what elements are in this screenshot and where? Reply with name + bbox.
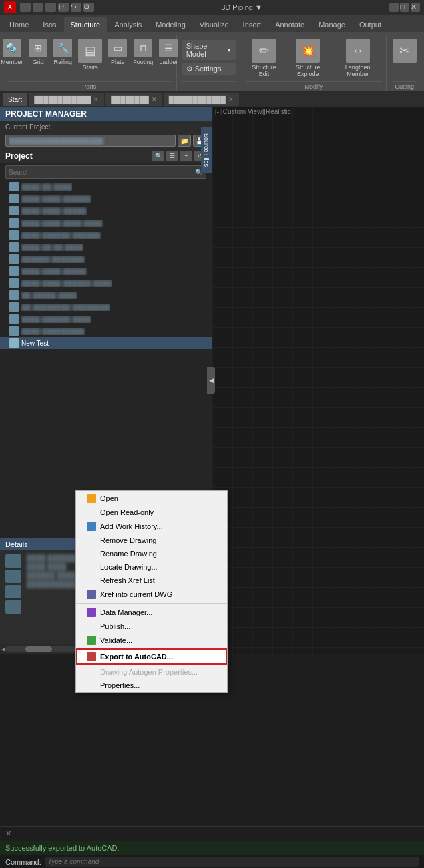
quick-access-icon2[interactable]: [33, 3, 43, 12]
ctx-open-readonly[interactable]: Open Read-only: [76, 506, 227, 519]
ctx-add-work-history[interactable]: Add Work History...: [76, 519, 227, 534]
ribbon-item-railing[interactable]: 🔧 Railing: [51, 37, 74, 67]
list-item[interactable]: ██ █████ ████: [0, 289, 212, 301]
lengthen-label: Lengthen Member: [336, 64, 380, 77]
tab-analysis[interactable]: Analysis: [108, 17, 148, 32]
collapse-panel-button[interactable]: ◀: [207, 367, 215, 394]
tab-3[interactable]: ████████ ✕: [105, 93, 162, 106]
quick-access-icon3[interactable]: [45, 3, 56, 12]
tab-annotate[interactable]: Annotate: [268, 17, 311, 32]
tab-modeling[interactable]: Modeling: [149, 17, 192, 32]
ribbon-item-member[interactable]: 🔩 Member: [0, 37, 25, 67]
list-item[interactable]: ████ ██████ ████: [0, 313, 212, 325]
ctx-rename-drawing[interactable]: Rename Drawing...: [76, 547, 227, 560]
redo-icon[interactable]: ↪: [71, 3, 81, 12]
project-manager-header: PROJECT MANAGER: [0, 107, 212, 121]
search-toggle-btn[interactable]: 🔍: [152, 151, 164, 161]
new-btn[interactable]: +: [180, 151, 192, 161]
ctx-properties[interactable]: Properties...: [76, 679, 227, 692]
details-icon-1: [5, 554, 21, 568]
list-item[interactable]: ████ ████ ████ ████: [0, 217, 212, 229]
dismiss-icon[interactable]: ✕: [5, 829, 11, 838]
search-input[interactable]: [9, 169, 195, 176]
stairs-label: Stairs: [83, 64, 98, 71]
ribbon-item-structure-edit[interactable]: ✏ Structure Edit: [246, 37, 282, 79]
ctx-remove-drawing[interactable]: Remove Drawing: [76, 534, 227, 547]
tab-4-close[interactable]: ✕: [228, 96, 234, 103]
details-icon-3: [5, 585, 21, 598]
source-files-tab[interactable]: Source Files: [201, 127, 212, 173]
tab-output[interactable]: Output: [353, 17, 388, 32]
ribbon-item-plate[interactable]: ▭ Plate: [106, 37, 129, 67]
ctx-data-manager[interactable]: Data Manager...: [76, 605, 227, 620]
quick-access-icon[interactable]: [20, 3, 31, 12]
ribbon-item-grid[interactable]: ⊞ Grid: [27, 37, 49, 67]
folder-icon: [9, 266, 19, 276]
tree-scroll[interactable]: ████ ██ ████ ████ ████ ██████ ████ ████ …: [0, 181, 212, 538]
scrollbar-thumb[interactable]: [25, 646, 52, 652]
list-item[interactable]: ████ ██████ ██████: [0, 229, 212, 241]
list-item[interactable]: ██ ████████ ████████: [0, 301, 212, 313]
ribbon-item-lengthen[interactable]: ↔ Lengthen Member: [334, 37, 382, 79]
list-item[interactable]: ████ ████ █████: [0, 205, 212, 217]
settings-button[interactable]: ⚙ Settings: [182, 63, 236, 75]
list-item[interactable]: ██████ ███████: [0, 253, 212, 265]
details-icon-4: [5, 600, 21, 614]
ctx-export-autocad[interactable]: Export to AutoCAD...: [76, 648, 227, 665]
tab-manage[interactable]: Manage: [312, 17, 352, 32]
undo-icon[interactable]: ↩: [58, 3, 69, 12]
ribbon-item-cut[interactable]: ✂: [391, 37, 419, 64]
ctx-properties-label: Properties...: [100, 681, 140, 689]
tab-strip: Start ████████████ ✕ ████████ ✕ ████████…: [0, 92, 424, 107]
list-item[interactable]: ████ ██ ████: [0, 181, 212, 193]
list-item[interactable]: ████ ████ ██████: [0, 193, 212, 205]
list-item[interactable]: ████ ████ █████: [0, 265, 212, 277]
list-item[interactable]: ████ █████████: [0, 325, 212, 337]
ribbon-group-shapemodel: Shape Model ▼ ⚙ Settings: [178, 35, 240, 91]
ctx-open[interactable]: Open: [76, 491, 227, 506]
ctx-publish[interactable]: Publish...: [76, 620, 227, 633]
list-item[interactable]: ████ ████ ██████ ████: [0, 277, 212, 289]
tree-item-text: ████ ██████ ██████: [21, 232, 101, 239]
ribbon-item-footing[interactable]: ⊓ Footing: [131, 37, 155, 67]
close-button[interactable]: ✕: [411, 3, 420, 12]
details-icon-2: [5, 570, 21, 583]
settings-icon[interactable]: ⚙: [83, 3, 94, 12]
settings-label: ⚙ Settings: [186, 65, 222, 73]
tree-item-text: ████ ██████ ████: [21, 316, 91, 323]
tab-start[interactable]: Start: [3, 93, 27, 106]
tab-home[interactable]: Home: [3, 17, 35, 32]
parts-group-label: Parts: [7, 81, 172, 91]
ribbon-item-stairs[interactable]: ▤ Stairs: [76, 37, 104, 72]
grid-icon: ⊞: [29, 39, 47, 57]
tab-insert[interactable]: Insert: [236, 17, 268, 32]
ctx-locate-drawing[interactable]: Locate Drawing...: [76, 560, 227, 574]
shape-model-button[interactable]: Shape Model ▼: [182, 40, 236, 60]
tab-2[interactable]: ████████████ ✕: [29, 93, 104, 106]
project-label-row: Project 🔍 ☰ + ↺: [0, 149, 212, 163]
ctx-xref-current[interactable]: Xref into current DWG: [76, 587, 227, 602]
tab-structure[interactable]: Structure: [64, 17, 108, 32]
tab-2-close[interactable]: ✕: [93, 96, 99, 103]
list-item[interactable]: ████ ██ ██ ████: [0, 241, 212, 253]
ctx-validate[interactable]: Validate...: [76, 633, 227, 648]
tab-4[interactable]: ████████████ ✕: [164, 93, 239, 106]
tab-isos[interactable]: Isos: [36, 17, 63, 32]
project-open-btn[interactable]: 📁: [178, 135, 191, 147]
tab-3-close[interactable]: ✕: [152, 96, 157, 103]
detail-value-3: ██████ ████: [27, 572, 76, 579]
ctx-refresh-xref[interactable]: Refresh Xref List: [76, 574, 227, 587]
list-item-new-test[interactable]: New Test: [0, 337, 212, 349]
project-input[interactable]: [5, 135, 176, 147]
minimize-button[interactable]: ─: [389, 3, 399, 12]
title-bar-icons: ↩ ↪ ⚙: [20, 3, 94, 12]
details-icon-col: [5, 554, 21, 614]
command-input[interactable]: [45, 857, 419, 867]
ribbon-item-ladder[interactable]: ☰ Ladder: [157, 37, 180, 67]
tab-visualize[interactable]: Visualize: [193, 17, 236, 32]
open-icon: [87, 494, 96, 503]
filter-btn[interactable]: ☰: [166, 151, 178, 161]
ribbon-item-structure-explode[interactable]: 💥 Structure Explode: [284, 37, 332, 79]
maximize-button[interactable]: □: [400, 3, 409, 12]
folder-icon-new-test: [9, 338, 19, 348]
